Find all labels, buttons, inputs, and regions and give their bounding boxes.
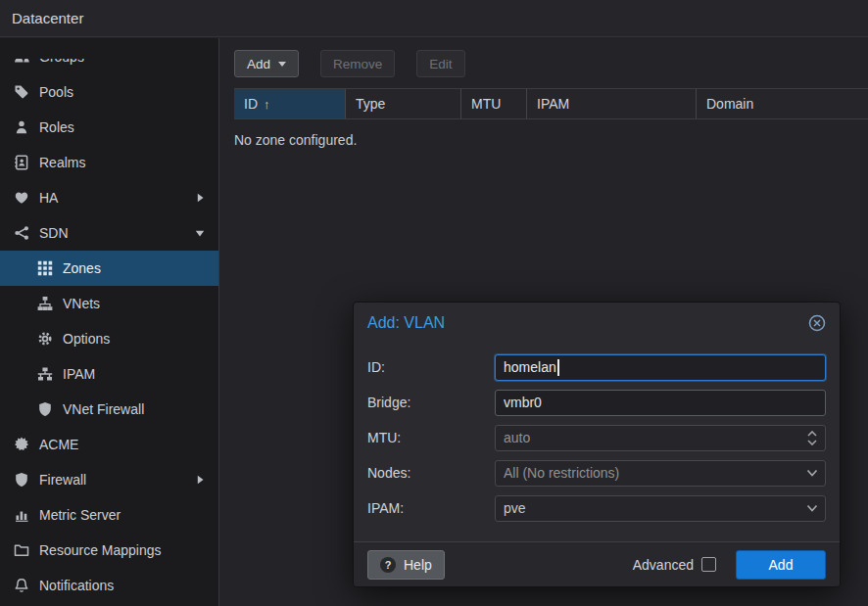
bar-chart-icon bbox=[14, 507, 29, 523]
shield-icon bbox=[37, 401, 53, 417]
network-wired-icon bbox=[37, 366, 53, 382]
sidebar-item-realms[interactable]: Realms bbox=[0, 145, 218, 180]
sidebar-item-label: Pools bbox=[39, 84, 73, 100]
column-header-ipam[interactable]: IPAM bbox=[527, 89, 697, 118]
text-cursor bbox=[557, 359, 559, 376]
sidebar-item-roles[interactable]: Roles bbox=[0, 110, 218, 145]
top-bar: Datacenter bbox=[0, 0, 868, 37]
sidebar-item-label: ACME bbox=[39, 437, 78, 452]
column-header-domain[interactable]: Domain bbox=[697, 89, 868, 118]
field-row-nodes: Nodes: All (No restrictions) bbox=[367, 455, 826, 490]
sidebar-item-label: Resource Mappings bbox=[39, 542, 162, 558]
heart-icon bbox=[14, 190, 29, 206]
dialog-footer: ? Help Advanced Add bbox=[354, 541, 840, 586]
sidebar-item-label: SDN bbox=[39, 225, 69, 241]
column-header-type[interactable]: Type bbox=[346, 89, 461, 118]
page-title: Datacenter bbox=[12, 10, 83, 26]
nodes-label: Nodes: bbox=[367, 465, 495, 481]
id-label: ID: bbox=[367, 359, 495, 375]
help-button[interactable]: ? Help bbox=[367, 550, 445, 580]
nodes-select[interactable]: All (No restrictions) bbox=[495, 460, 826, 487]
close-icon[interactable] bbox=[808, 314, 826, 332]
add-menu-button[interactable]: Add bbox=[234, 50, 299, 77]
address-book-icon bbox=[14, 155, 29, 170]
sidebar-item-label: Options bbox=[63, 331, 110, 347]
sidebar-item-label: Groups bbox=[39, 49, 84, 65]
sidebar-item-metric-server[interactable]: Metric Server bbox=[0, 497, 218, 533]
field-row-id: ID: bbox=[367, 350, 826, 385]
caret-down-icon bbox=[278, 62, 286, 67]
sidebar-item-label: VNet Firewall bbox=[63, 401, 144, 417]
zones-toolbar: Add Remove Edit bbox=[220, 38, 868, 88]
folder-icon bbox=[14, 542, 29, 558]
mtu-spinner[interactable]: auto bbox=[495, 425, 826, 451]
sidebar-item-options[interactable]: Options bbox=[0, 321, 218, 356]
column-header-id[interactable]: ID ↑ bbox=[234, 89, 346, 118]
column-header-mtu[interactable]: MTU bbox=[461, 89, 527, 118]
sidebar-item-label: Firewall bbox=[39, 472, 86, 488]
sidebar-item-vnets[interactable]: VNets bbox=[0, 286, 218, 321]
certificate-icon bbox=[14, 437, 29, 452]
ipam-label: IPAM: bbox=[367, 500, 495, 516]
sidebar-item-firewall[interactable]: Firewall bbox=[0, 462, 218, 497]
spinner-down-icon[interactable] bbox=[807, 440, 817, 445]
id-input[interactable] bbox=[495, 354, 826, 381]
network-share-icon bbox=[14, 225, 29, 241]
remove-button[interactable]: Remove bbox=[320, 50, 395, 77]
sidebar-item-label: VNets bbox=[63, 296, 100, 311]
spinner-up-icon[interactable] bbox=[807, 431, 817, 437]
field-row-bridge: Bridge: bbox=[367, 385, 826, 420]
sidebar-item-ha[interactable]: HA bbox=[0, 180, 218, 215]
sidebar: Groups Pools Roles Realms HA bbox=[0, 38, 219, 606]
bell-icon bbox=[14, 578, 29, 593]
dialog-body: ID: Bridge: MTU: auto bbox=[354, 344, 840, 541]
sidebar-item-label: Realms bbox=[39, 155, 85, 170]
chevron-down-icon[interactable] bbox=[193, 226, 207, 240]
shield-icon bbox=[14, 472, 29, 488]
sidebar-item-sdn[interactable]: SDN bbox=[0, 215, 218, 251]
advanced-checkbox[interactable] bbox=[701, 557, 716, 572]
gear-icon bbox=[37, 331, 53, 347]
ipam-select[interactable]: pve bbox=[495, 495, 826, 522]
sidebar-item-groups[interactable]: Groups bbox=[0, 39, 218, 74]
chevron-down-icon bbox=[806, 469, 818, 478]
dialog-header[interactable]: Add: VLAN bbox=[354, 303, 840, 344]
advanced-label: Advanced bbox=[633, 557, 694, 573]
sidebar-item-label: Zones bbox=[63, 260, 101, 276]
add-vlan-dialog: Add: VLAN ID: Bridge: MTU: auto bbox=[353, 302, 841, 587]
sort-ascending-icon: ↑ bbox=[264, 97, 270, 112]
edit-button[interactable]: Edit bbox=[416, 50, 464, 77]
dialog-add-button[interactable]: Add bbox=[736, 550, 826, 580]
grid-icon bbox=[37, 260, 53, 276]
mtu-label: MTU: bbox=[367, 430, 495, 445]
sitemap-icon bbox=[37, 296, 53, 311]
sidebar-item-resource-mappings[interactable]: Resource Mappings bbox=[0, 533, 218, 568]
sidebar-item-label: Metric Server bbox=[39, 507, 121, 523]
chevron-down-icon bbox=[806, 504, 818, 513]
sidebar-item-vnet-firewall[interactable]: VNet Firewall bbox=[0, 392, 218, 427]
bridge-label: Bridge: bbox=[367, 395, 495, 410]
sidebar-item-label: HA bbox=[39, 190, 58, 206]
sidebar-item-label: Notifications bbox=[39, 578, 114, 593]
field-row-mtu: MTU: auto bbox=[367, 420, 826, 455]
sidebar-item-acme[interactable]: ACME bbox=[0, 427, 218, 462]
field-row-ipam: IPAM: pve bbox=[367, 490, 826, 526]
groups-icon bbox=[14, 49, 29, 65]
user-icon bbox=[14, 119, 29, 135]
resource-tree: Groups Pools Roles Realms HA bbox=[0, 38, 218, 603]
tags-icon bbox=[14, 84, 29, 100]
sidebar-item-label: Roles bbox=[39, 119, 74, 135]
bridge-input[interactable] bbox=[495, 390, 826, 416]
sidebar-item-label: IPAM bbox=[63, 366, 95, 382]
sidebar-item-ipam[interactable]: IPAM bbox=[0, 356, 218, 392]
sidebar-item-zones[interactable]: Zones bbox=[0, 251, 218, 286]
sidebar-item-notifications[interactable]: Notifications bbox=[0, 568, 218, 603]
spinner-buttons bbox=[807, 425, 821, 451]
chevron-right-icon[interactable] bbox=[193, 191, 207, 205]
question-icon: ? bbox=[380, 557, 396, 573]
empty-table-message: No zone configured. bbox=[220, 119, 868, 148]
dialog-title: Add: VLAN bbox=[367, 314, 445, 332]
chevron-right-icon[interactable] bbox=[193, 473, 207, 487]
sidebar-item-pools[interactable]: Pools bbox=[0, 74, 218, 110]
table-header: ID ↑ Type MTU IPAM Domain bbox=[234, 88, 868, 119]
